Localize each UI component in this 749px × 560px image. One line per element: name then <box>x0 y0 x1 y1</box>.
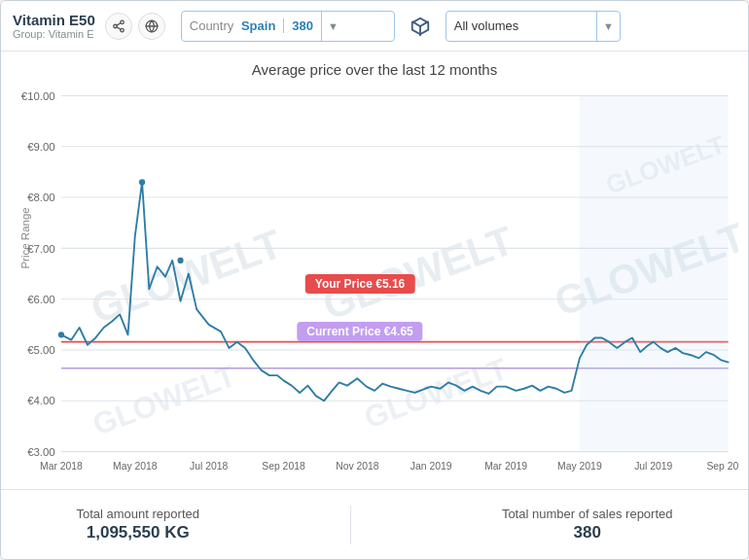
total-amount-value: 1,095,550 KG <box>87 523 190 542</box>
product-group: Group: Vitamin E <box>13 28 95 40</box>
svg-rect-45 <box>580 95 729 451</box>
svg-text:€7.00: €7.00 <box>27 243 55 255</box>
country-dropdown-label: Country Spain <box>182 18 284 33</box>
footer-divider <box>350 506 351 544</box>
svg-line-7 <box>412 21 420 26</box>
svg-text:€6.00: €6.00 <box>27 294 55 305</box>
product-title: Vitamin E50 <box>13 12 95 28</box>
svg-text:€3.00: €3.00 <box>27 446 55 458</box>
total-amount-label: Total amount reported <box>76 507 198 521</box>
svg-text:May 2019: May 2019 <box>557 461 602 472</box>
chart-area: Average price over the last 12 months GL… <box>1 52 748 489</box>
svg-text:€10.00: €10.00 <box>21 90 55 102</box>
svg-text:GLOWELT: GLOWELT <box>89 359 240 442</box>
total-amount-item: Total amount reported 1,095,550 KG <box>76 507 198 542</box>
total-sales-label: Total number of sales reported <box>502 507 673 521</box>
svg-text:€4.00: €4.00 <box>27 395 55 406</box>
header-icons <box>105 13 165 40</box>
svg-text:GLOWELT: GLOWELT <box>85 221 288 332</box>
total-sales-value: 380 <box>574 523 601 542</box>
globe-icon[interactable] <box>138 13 165 40</box>
footer: Total amount reported 1,095,550 KG Total… <box>1 489 748 559</box>
svg-text:Nov 2018: Nov 2018 <box>336 461 379 472</box>
share-icon[interactable] <box>105 13 132 40</box>
svg-text:Jan 2019: Jan 2019 <box>410 461 452 472</box>
product-info: Vitamin E50 Group: Vitamin E <box>13 12 95 40</box>
chart-container: GLOWELT GLOWELT GLOWELT GLOWELT GLOWELT … <box>11 86 738 482</box>
country-dropdown[interactable]: Country Spain 380 ▼ <box>181 11 395 42</box>
chart-title: Average price over the last 12 months <box>11 61 738 78</box>
svg-line-3 <box>117 26 121 28</box>
svg-text:Sep 2018: Sep 2018 <box>262 461 305 472</box>
svg-text:Mar 2019: Mar 2019 <box>484 461 527 472</box>
svg-line-9 <box>420 21 428 26</box>
cube-icon <box>405 11 436 42</box>
svg-text:€5.00: €5.00 <box>27 344 55 356</box>
svg-text:Price Range: Price Range <box>19 207 31 268</box>
svg-text:Jul 2018: Jul 2018 <box>190 461 228 472</box>
svg-text:GLOWELT: GLOWELT <box>317 217 520 329</box>
svg-point-46 <box>139 179 145 185</box>
volumes-dropdown[interactable]: All volumes ▼ <box>446 11 621 42</box>
svg-point-47 <box>177 258 183 263</box>
svg-text:€8.00: €8.00 <box>27 192 55 203</box>
svg-text:€9.00: €9.00 <box>27 141 55 153</box>
svg-line-4 <box>117 22 121 24</box>
svg-text:May 2018: May 2018 <box>113 461 158 472</box>
svg-text:Sep 2019: Sep 2019 <box>706 461 738 472</box>
svg-text:Mar 2018: Mar 2018 <box>40 461 83 472</box>
total-sales-item: Total number of sales reported 380 <box>502 507 673 542</box>
svg-text:Jul 2019: Jul 2019 <box>634 461 672 472</box>
svg-point-48 <box>58 332 64 337</box>
country-dropdown-arrow: ▼ <box>321 12 344 41</box>
volumes-dropdown-label: All volumes <box>446 18 596 33</box>
country-count: 380 <box>283 18 321 33</box>
header: Vitamin E50 Group: Vitamin E <box>1 1 748 52</box>
main-card: Vitamin E50 Group: Vitamin E <box>0 0 749 560</box>
current-price-tooltip: Current Price €4.65 <box>297 322 422 341</box>
volumes-dropdown-arrow: ▼ <box>596 12 620 41</box>
your-price-tooltip: Your Price €5.16 <box>305 274 415 294</box>
